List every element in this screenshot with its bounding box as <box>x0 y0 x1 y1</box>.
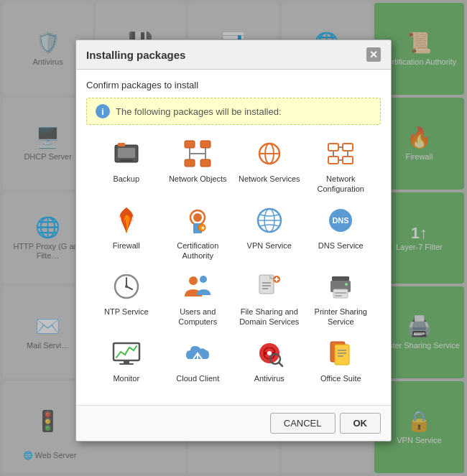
package-cloud: Cloud Client <box>165 336 231 383</box>
svg-rect-4 <box>185 141 195 148</box>
svg-rect-45 <box>332 276 349 281</box>
file-sharing-icon <box>252 269 287 304</box>
modal-body: Confirm packages to install i The follow… <box>76 70 391 405</box>
cert-authority-label: Certification Authority <box>165 241 231 261</box>
svg-rect-1 <box>118 148 135 158</box>
svg-rect-53 <box>119 363 134 365</box>
network-objects-icon <box>180 136 215 171</box>
users-label: Users and Computers <box>165 307 231 327</box>
svg-rect-52 <box>124 360 129 363</box>
modal-overlay: Installing packages ✕ Confirm packages t… <box>0 0 467 476</box>
monitor-label: Monitor <box>113 373 139 383</box>
firewall-label: Firewall <box>113 241 140 251</box>
svg-rect-15 <box>343 144 353 151</box>
package-ntp: NTP Service <box>93 269 159 327</box>
firewall-icon <box>109 203 144 238</box>
svg-rect-6 <box>185 159 195 167</box>
office-label: Office Suite <box>320 373 361 383</box>
svg-point-50 <box>345 283 348 286</box>
svg-text:★: ★ <box>200 225 205 230</box>
users-icon <box>180 269 215 304</box>
svg-line-65 <box>279 363 282 366</box>
printer-icon <box>323 269 358 304</box>
ok-button[interactable]: OK <box>340 413 382 434</box>
package-grid: Backup Network Obj <box>86 136 381 383</box>
package-network-config: Network Configuration <box>308 136 374 195</box>
vpn-label: VPN Service <box>247 241 292 251</box>
package-network-objects: Network Objects <box>165 136 231 195</box>
svg-rect-67 <box>335 345 349 365</box>
close-button[interactable]: ✕ <box>366 47 381 62</box>
cert-authority-icon: ★ <box>180 203 215 238</box>
package-monitor: Monitor <box>93 336 159 383</box>
svg-point-36 <box>189 276 198 285</box>
modal-header: Installing packages ✕ <box>76 40 391 70</box>
info-box: i The following packages will be install… <box>86 98 381 125</box>
ntp-label: NTP Service <box>104 307 149 317</box>
svg-rect-5 <box>200 141 211 148</box>
cloud-icon <box>180 336 215 370</box>
vpn-icon <box>252 203 287 238</box>
svg-point-23 <box>193 213 202 222</box>
file-sharing-label: File Sharing and Domain Services <box>236 307 302 327</box>
monitor-icon <box>109 336 144 370</box>
package-dns: DNS DNS Service <box>308 203 374 261</box>
network-config-label: Network Configuration <box>308 174 374 195</box>
svg-point-61 <box>267 351 272 355</box>
dns-label: DNS Service <box>318 241 364 251</box>
cloud-label: Cloud Client <box>176 373 219 383</box>
antivirus-label: Antivirus <box>254 373 285 383</box>
package-backup: Backup <box>93 136 159 195</box>
svg-rect-49 <box>335 295 342 297</box>
info-text: The following packages will be installed… <box>116 106 282 117</box>
package-file-sharing: File Sharing and Domain Services <box>236 269 302 327</box>
svg-point-37 <box>200 276 207 283</box>
svg-rect-3 <box>118 143 125 146</box>
backup-icon <box>109 136 144 171</box>
svg-rect-16 <box>328 157 338 164</box>
printer-label: Printer Sharing Service <box>308 307 374 327</box>
installing-packages-modal: Installing packages ✕ Confirm packages t… <box>75 39 392 442</box>
info-icon: i <box>96 104 110 118</box>
package-cert-authority: ★ Certification Authority <box>165 203 231 261</box>
network-services-icon <box>252 136 287 171</box>
svg-rect-14 <box>328 144 338 151</box>
office-icon <box>323 336 358 370</box>
modal-footer: CANCEL OK <box>76 405 391 441</box>
package-network-services: Network Services <box>236 136 302 195</box>
network-objects-label: Network Objects <box>169 174 227 184</box>
modal-title: Installing packages <box>86 49 185 61</box>
network-config-icon <box>323 136 358 171</box>
svg-rect-7 <box>200 159 211 167</box>
svg-rect-17 <box>343 157 353 164</box>
svg-rect-2 <box>120 159 133 162</box>
ntp-icon <box>109 269 144 304</box>
package-antivirus: Antivirus <box>236 336 302 383</box>
dns-icon: DNS <box>323 203 358 238</box>
package-users: Users and Computers <box>165 269 231 327</box>
backup-label: Backup <box>113 174 139 184</box>
package-printer: Printer Sharing Service <box>308 269 374 327</box>
svg-point-35 <box>125 285 128 288</box>
svg-rect-48 <box>335 292 346 294</box>
svg-text:DNS: DNS <box>333 216 349 225</box>
package-vpn: VPN Service <box>236 203 302 261</box>
package-office: Office Suite <box>308 336 374 383</box>
antivirus-icon <box>252 336 287 370</box>
confirm-text: Confirm packages to install <box>86 80 381 90</box>
network-services-label: Network Services <box>239 174 300 184</box>
package-firewall: Firewall <box>93 203 159 261</box>
cancel-button[interactable]: CANCEL <box>270 413 336 434</box>
svg-point-62 <box>264 352 267 355</box>
